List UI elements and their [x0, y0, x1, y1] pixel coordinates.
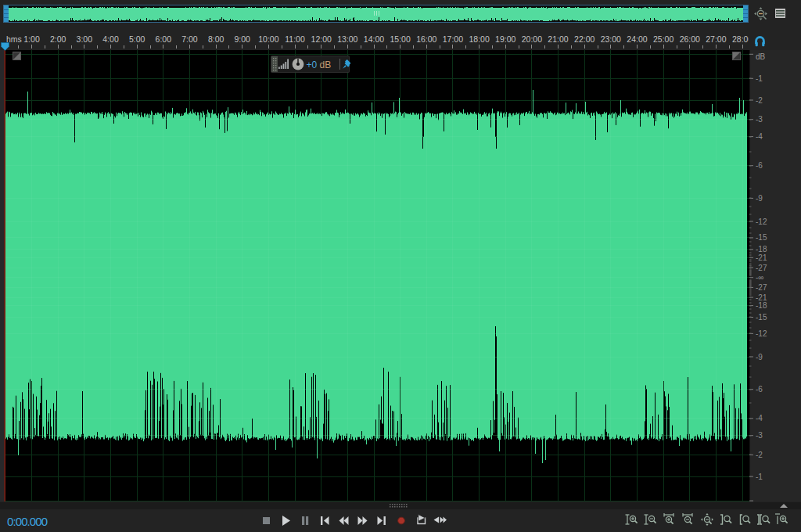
svg-text:8:00: 8:00: [208, 34, 224, 44]
svg-text:-3: -3: [756, 431, 763, 440]
svg-text:-6: -6: [756, 385, 763, 394]
svg-text:9:00: 9:00: [234, 34, 250, 44]
svg-text:-9: -9: [756, 353, 763, 361]
svg-text:23:00: 23:00: [601, 34, 621, 44]
svg-text:15:00: 15:00: [390, 34, 410, 44]
svg-text:27:00: 27:00: [706, 34, 726, 44]
svg-text:21:00: 21:00: [548, 34, 568, 44]
svg-text:22:00: 22:00: [574, 34, 594, 44]
svg-text:1:00: 1:00: [23, 34, 40, 44]
svg-text:-∞: -∞: [756, 273, 763, 282]
svg-text:-12: -12: [756, 329, 767, 338]
svg-text:-6: -6: [756, 161, 763, 170]
svg-text:18:00: 18:00: [469, 34, 489, 44]
svg-text:4:00: 4:00: [102, 34, 119, 44]
svg-text:-21: -21: [756, 253, 767, 262]
svg-text:-9: -9: [756, 194, 763, 203]
svg-text:2:00: 2:00: [50, 34, 66, 44]
svg-text:-1: -1: [756, 74, 763, 83]
svg-text:-18: -18: [756, 245, 767, 253]
svg-text:-3: -3: [756, 115, 763, 124]
svg-text:-2: -2: [756, 96, 763, 105]
svg-text:-15: -15: [756, 233, 767, 242]
svg-text:dB: dB: [756, 52, 766, 61]
svg-text:-15: -15: [756, 313, 767, 322]
svg-text:25:00: 25:00: [653, 34, 673, 44]
svg-text:26:00: 26:00: [680, 34, 700, 44]
svg-text:10:00: 10:00: [258, 34, 278, 44]
svg-text:28:00: 28:00: [732, 34, 749, 44]
svg-text:5:00: 5:00: [129, 34, 145, 44]
svg-text:-4: -4: [756, 132, 763, 141]
svg-text:-27: -27: [756, 264, 767, 272]
svg-text:11:00: 11:00: [285, 34, 305, 44]
svg-text:20:00: 20:00: [522, 34, 542, 44]
svg-text:-1: -1: [756, 473, 763, 481]
svg-text:-18: -18: [756, 301, 767, 310]
svg-text:7:00: 7:00: [181, 34, 198, 44]
svg-text:13:00: 13:00: [337, 34, 357, 44]
svg-text:-2: -2: [756, 451, 763, 459]
svg-text:12:00: 12:00: [311, 34, 332, 44]
svg-text:24:00: 24:00: [627, 34, 647, 44]
svg-text:3:00: 3:00: [77, 34, 93, 44]
svg-text:14:00: 14:00: [364, 34, 384, 44]
svg-text:16:00: 16:00: [416, 34, 436, 44]
svg-text:-4: -4: [756, 414, 763, 422]
svg-text:-12: -12: [756, 217, 767, 226]
svg-text:19:00: 19:00: [495, 34, 515, 44]
svg-text:6:00: 6:00: [156, 34, 172, 44]
svg-text:17:00: 17:00: [443, 34, 463, 44]
svg-text:-27: -27: [756, 283, 767, 292]
svg-text:-21: -21: [756, 293, 767, 302]
